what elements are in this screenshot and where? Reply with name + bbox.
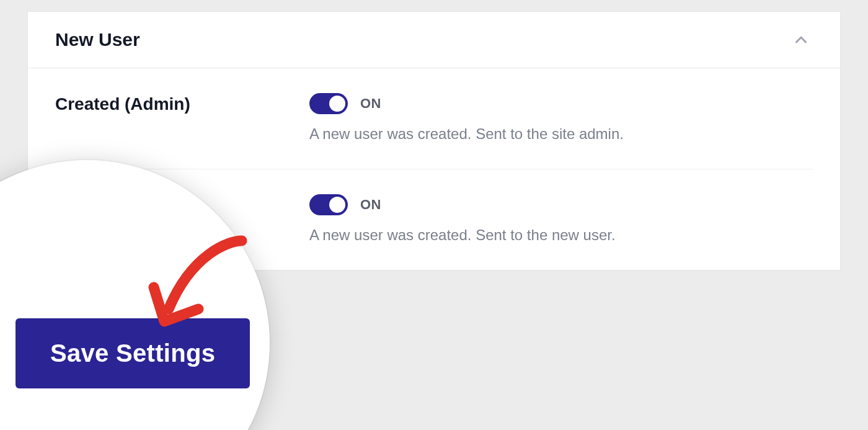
setting-content: ON A new user was created. Sent to the n… <box>309 194 813 244</box>
chevron-up-icon <box>792 30 810 49</box>
setting-label: Created (Admin) <box>55 93 309 114</box>
setting-content: ON A new user was created. Sent to the s… <box>309 93 813 143</box>
toggle-line: ON <box>309 194 813 215</box>
magnifier-inner: Save Settings <box>16 318 250 388</box>
toggle-knob <box>329 96 345 112</box>
panel-title: New User <box>55 29 140 50</box>
toggle-state-label: ON <box>360 96 381 112</box>
toggle-created-admin[interactable] <box>309 93 348 114</box>
setting-description: A new user was created. Sent to the site… <box>309 125 813 143</box>
save-settings-button[interactable]: Save Settings <box>16 318 250 388</box>
setting-row-created-admin: Created (Admin) ON A new user was create… <box>55 68 813 169</box>
toggle-state-label: ON <box>360 197 381 213</box>
toggle-created-user[interactable] <box>309 194 348 215</box>
toggle-knob <box>329 197 345 213</box>
panel-header[interactable]: New User <box>28 12 840 68</box>
toggle-line: ON <box>309 93 813 114</box>
setting-description: A new user was created. Sent to the new … <box>309 226 813 244</box>
